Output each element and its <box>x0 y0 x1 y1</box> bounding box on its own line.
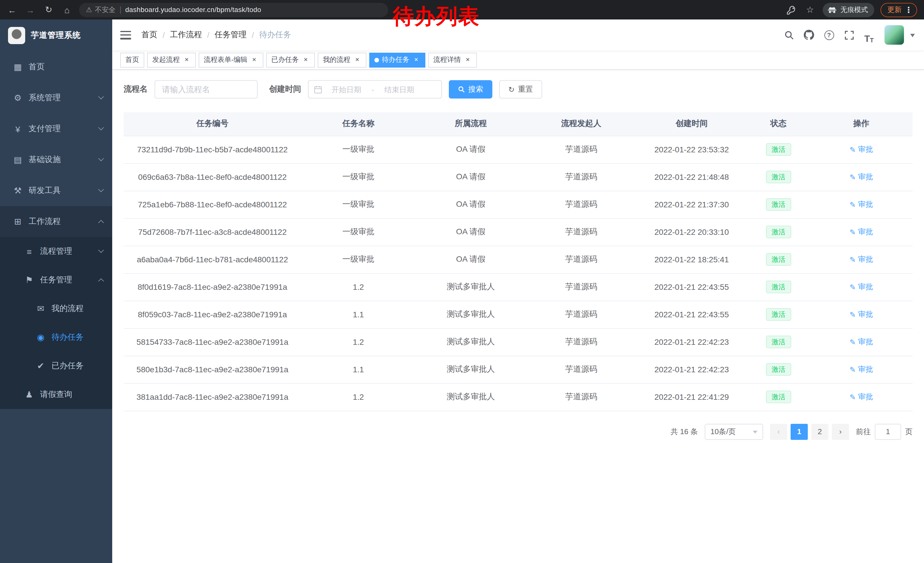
message-icon: ✉ <box>34 303 47 314</box>
sidebar-item-infrastructure[interactable]: ▤ 基础设施 <box>0 144 112 175</box>
search-icon[interactable] <box>781 26 797 44</box>
status-badge: 激活 <box>766 143 791 156</box>
search-button[interactable]: 搜索 <box>449 80 492 99</box>
page-size-select[interactable]: 10条/页 <box>705 423 763 440</box>
date-range-separator: - <box>370 85 375 94</box>
table-row: a6aba0a4-7b6d-11ec-b781-acde48001122 一级审… <box>124 246 912 273</box>
chevron-down-icon <box>98 155 104 161</box>
edit-icon: ✎ <box>850 393 856 401</box>
table-row: 580e1b3d-7ac8-11ec-a9e2-a2380e71991a 1.1… <box>124 356 912 383</box>
status-badge: 激活 <box>766 226 791 238</box>
sidebar-item-workflow[interactable]: ⊞ 工作流程 <box>0 206 112 237</box>
start-date-input[interactable] <box>325 85 368 94</box>
bookmark-star-icon[interactable]: ☆ <box>804 3 816 16</box>
help-icon[interactable]: ? <box>821 26 837 44</box>
pagination: 共 16 条 10条/页 ‹ 1 2 › 前往 页 <box>124 411 912 440</box>
page-button-2[interactable]: 2 <box>811 423 828 440</box>
approve-button[interactable]: ✎审批 <box>850 364 873 375</box>
close-icon[interactable]: × <box>353 56 361 64</box>
edit-icon: ✎ <box>850 283 856 291</box>
col-status: 状态 <box>747 112 810 136</box>
breadcrumb-home[interactable]: 首页 <box>141 30 158 40</box>
close-icon[interactable]: × <box>464 56 472 64</box>
reset-button[interactable]: ↻ 重置 <box>499 80 542 99</box>
approve-button[interactable]: ✎审批 <box>850 199 873 210</box>
sidebar-item-home[interactable]: ▦ 首页 <box>0 51 112 83</box>
approve-button[interactable]: ✎审批 <box>850 392 873 402</box>
breadcrumb-workflow[interactable]: 工作流程 <box>170 30 202 40</box>
prev-page-button[interactable]: ‹ <box>770 423 787 440</box>
tab-home[interactable]: 首页 <box>120 53 144 67</box>
col-task-name: 任务名称 <box>301 112 416 136</box>
close-icon[interactable]: × <box>302 56 310 64</box>
browser-forward-button[interactable]: → <box>23 2 38 17</box>
sidebar-item-todo-tasks[interactable]: ◉ 待办任务 <box>0 323 112 352</box>
sidebar: 芋道管理系统 ▦ 首页 ⚙ 系统管理 ¥ 支付管理 ▤ 基础设施 <box>0 20 112 563</box>
sidebar-item-payment-management[interactable]: ¥ 支付管理 <box>0 113 112 144</box>
table-row: 58154733-7ac8-11ec-a9e2-a2380e71991a 1.2… <box>124 328 912 356</box>
person-icon: ♟ <box>23 389 36 400</box>
sidebar-item-my-processes[interactable]: ✉ 我的流程 <box>0 294 112 323</box>
edit-icon: ✎ <box>850 173 856 181</box>
page-button-1[interactable]: 1 <box>790 423 808 440</box>
sidebar-item-leave-query[interactable]: ♟ 请假查询 <box>0 380 112 409</box>
create-time-label: 创建时间 <box>269 84 301 95</box>
approve-button[interactable]: ✎审批 <box>850 144 873 155</box>
status-badge: 激活 <box>766 281 791 293</box>
sidebar-item-process-management[interactable]: ≡ 流程管理 <box>0 237 112 266</box>
approve-button[interactable]: ✎审批 <box>850 337 873 347</box>
approve-button[interactable]: ✎审批 <box>850 254 873 264</box>
github-icon[interactable] <box>801 26 817 44</box>
close-icon[interactable]: × <box>412 56 420 64</box>
sidebar-toggle-icon[interactable] <box>120 31 131 39</box>
breadcrumb-task-management[interactable]: 任务管理 <box>214 30 247 40</box>
approve-button[interactable]: ✎审批 <box>850 282 873 292</box>
tab-my-processes[interactable]: 我的流程 × <box>318 53 366 67</box>
avatar-caret-icon[interactable] <box>910 34 915 39</box>
tags-view-bar: 首页 发起流程 × 流程表单-编辑 × 已办任务 × 我的流程 × <box>112 50 924 70</box>
annotation-text: 待办列表 <box>393 2 480 31</box>
status-badge: 激活 <box>766 198 791 211</box>
tab-process-detail[interactable]: 流程详情 × <box>428 53 477 67</box>
tab-done-tasks[interactable]: 已办任务 × <box>266 53 315 67</box>
app-logo[interactable]: 芋道管理系统 <box>0 20 112 51</box>
chevron-down-icon <box>98 93 104 99</box>
tab-todo-tasks[interactable]: 待办任务 × <box>369 53 425 67</box>
edit-icon: ✎ <box>850 200 856 209</box>
user-avatar[interactable] <box>885 25 904 45</box>
gear-icon: ⚙ <box>12 93 24 103</box>
password-key-icon[interactable] <box>785 3 798 16</box>
sidebar-item-dev-tools[interactable]: ⚒ 研发工具 <box>0 175 112 206</box>
sidebar-item-task-management[interactable]: ⚑ 任务管理 <box>0 266 112 294</box>
address-bar[interactable]: ⚠ 不安全 dashboard.yudao.iocoder.cn/bpm/tas… <box>79 3 388 17</box>
sidebar-item-system-management[interactable]: ⚙ 系统管理 <box>0 83 112 113</box>
close-icon[interactable]: × <box>250 56 258 64</box>
approve-button[interactable]: ✎审批 <box>850 172 873 182</box>
end-date-input[interactable] <box>378 85 421 94</box>
calendar-icon <box>314 85 322 94</box>
approve-button[interactable]: ✎审批 <box>850 309 873 320</box>
tab-start-process[interactable]: 发起流程 × <box>147 53 196 67</box>
status-badge: 激活 <box>766 390 791 403</box>
update-button[interactable]: 更新 ⋮ <box>880 3 917 17</box>
table-header-row: 任务编号 任务名称 所属流程 流程发起人 创建时间 状态 操作 <box>124 112 912 136</box>
todo-task-table: 任务编号 任务名称 所属流程 流程发起人 创建时间 状态 操作 73211d9d… <box>124 112 912 411</box>
goto-page-input[interactable] <box>875 423 901 440</box>
browser-home-button[interactable]: ⌂ <box>60 2 74 17</box>
goto-label: 前往 <box>856 426 871 437</box>
process-name-input[interactable] <box>154 80 258 99</box>
close-icon[interactable]: × <box>183 56 190 64</box>
browser-back-button[interactable]: ← <box>4 2 20 17</box>
tab-process-form-edit[interactable]: 流程表单-编辑 × <box>199 53 263 67</box>
edit-icon: ✎ <box>850 228 856 236</box>
table-row: 381aa1dd-7ac8-11ec-a9e2-a2380e71991a 1.2… <box>124 383 912 411</box>
font-size-icon[interactable]: TT <box>861 26 877 44</box>
fullscreen-icon[interactable] <box>841 26 857 44</box>
approve-button[interactable]: ✎审批 <box>850 227 873 237</box>
sidebar-item-done-tasks[interactable]: ✔ 已办任务 <box>0 352 112 380</box>
browser-reload-button[interactable]: ↻ <box>41 2 56 17</box>
next-page-button[interactable]: › <box>832 423 849 440</box>
browser-menu-icon[interactable]: ⋮ <box>904 5 912 14</box>
filter-bar: 流程名 创建时间 - 搜索 <box>124 80 912 99</box>
date-range-picker[interactable]: - <box>308 80 442 99</box>
